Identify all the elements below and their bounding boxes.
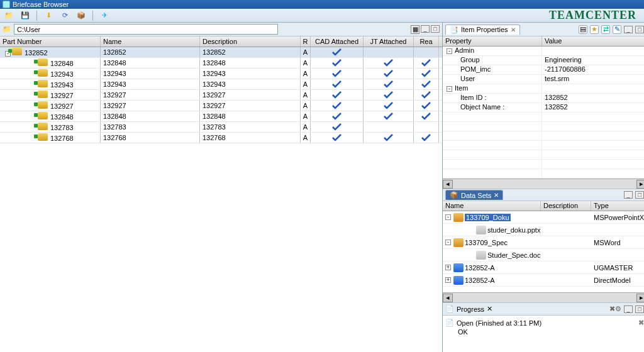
col-name-header[interactable]: Name	[101, 36, 200, 47]
view-grid-icon[interactable]: ▦	[411, 25, 419, 34]
expander-icon[interactable]: -	[445, 239, 451, 245]
tab-close-icon[interactable]: ✕	[511, 26, 516, 33]
ds-max-button[interactable]: □	[635, 191, 644, 199]
props-col-property[interactable]: Property	[443, 36, 542, 46]
right-column: 📑 Item Properties ✕ ▤ ★ ⇄ ✎ _ □ Property…	[443, 23, 644, 352]
props-min-button[interactable]: _	[624, 26, 633, 33]
col-rea-header[interactable]: Rea	[414, 36, 439, 47]
prop-row[interactable]: Object Name :132852	[443, 103, 644, 113]
ds-col-type[interactable]: Type	[591, 201, 644, 211]
ds-col-desc[interactable]: Description	[541, 201, 591, 211]
expander-icon[interactable]: +	[445, 265, 451, 270]
progress-clear-icon[interactable]: ✖⚙	[609, 305, 621, 313]
prop-row[interactable]: Usertest.srm	[443, 75, 644, 84]
props-hscroll[interactable]: ◂ ▸	[443, 179, 644, 189]
folder-icon: 📁	[3, 25, 11, 33]
toolbar-save-icon[interactable]: 💾	[19, 10, 31, 21]
grid-body[interactable]: -132852132852132852A132848132848132848A1…	[0, 47, 442, 352]
col-part-header[interactable]: Part Number	[0, 36, 101, 47]
prop-group[interactable]: -Admin	[443, 47, 644, 56]
scroll-left-icon[interactable]: ◂	[443, 294, 453, 302]
scroll-track[interactable]	[453, 294, 636, 302]
prop-row[interactable]: GroupEngineering	[443, 56, 644, 65]
part-icon	[38, 80, 48, 87]
prop-group[interactable]: -Item	[443, 84, 644, 94]
prog-max-button[interactable]: □	[635, 305, 644, 313]
props-header: Property Value	[443, 36, 644, 47]
table-row[interactable]: -132852132852132852A	[0, 47, 442, 58]
titlebar: Briefcase Browser	[0, 0, 644, 9]
prop-row[interactable]: POM_imc-2117060886	[443, 65, 644, 75]
prog-min-button[interactable]: _	[624, 305, 633, 313]
maximize-button[interactable]: □	[431, 25, 440, 33]
props-max-button[interactable]: □	[635, 26, 644, 33]
table-row[interactable]: 132943132943132943A	[0, 69, 442, 79]
dataset-icon	[453, 238, 464, 247]
tab-item-properties[interactable]: 📑 Item Properties ✕	[445, 25, 520, 35]
props-tool-3-icon[interactable]: ⇄	[601, 25, 610, 34]
dataset-row[interactable]: -133709_SpecMSWord	[443, 236, 644, 249]
table-row[interactable]: 132927132927132927A	[0, 90, 442, 101]
table-row[interactable]: 132783132783132783A	[0, 122, 442, 133]
dataset-icon	[453, 263, 464, 272]
table-row[interactable]: 132927132927132927A	[0, 101, 442, 111]
props-tool-2-icon[interactable]: ★	[590, 25, 599, 34]
dataset-row[interactable]: +132852-AUGMASTER	[443, 261, 644, 274]
toolbar-send-icon[interactable]: ✈	[98, 10, 111, 21]
toolbar-refresh-icon[interactable]: ⟳	[58, 10, 71, 21]
col-desc-header[interactable]: Description	[200, 36, 301, 47]
table-row[interactable]: 132848132848132848A	[0, 111, 442, 122]
toolbar-open-icon[interactable]: 📁	[3, 10, 15, 21]
expander-icon[interactable]: +	[445, 277, 451, 283]
datasets-body[interactable]: -133709_DokuMSPowerPointXstuder_doku.ppt…	[443, 211, 644, 292]
progress-line1: Open (Finished at 3:11 PM)	[457, 319, 541, 327]
path-input[interactable]: C:\User	[14, 24, 278, 35]
ds-col-name[interactable]: Name	[443, 201, 541, 211]
tab-progress-pin-icon[interactable]: ✕	[487, 305, 492, 313]
part-icon	[38, 69, 48, 77]
col-rev-header[interactable]: R	[301, 36, 311, 47]
brand-logo: TEAMCENTER	[549, 9, 641, 22]
tab-item-properties-label: Item Properties	[461, 26, 508, 33]
scroll-right-icon[interactable]: ▸	[636, 294, 644, 302]
table-row[interactable]: 132943132943132943A	[0, 79, 442, 90]
progress-item-close-icon[interactable]: ✖	[638, 319, 644, 327]
part-icon	[38, 91, 48, 98]
part-icon	[38, 123, 48, 130]
expander-icon[interactable]: -	[445, 214, 451, 220]
progress-line2: OK	[458, 328, 468, 336]
props-tool-4-icon[interactable]: ✎	[613, 25, 621, 34]
scroll-track[interactable]	[453, 180, 636, 189]
ds-hscroll[interactable]: ◂ ▸	[443, 292, 644, 302]
props-blank-rows: ..............	[443, 113, 644, 179]
ds-min-button[interactable]: _	[624, 191, 633, 199]
progress-tabbar: 📄 Progress ✕ ✖⚙ _ □	[443, 303, 644, 316]
props-tool-1-icon[interactable]: ▤	[579, 25, 587, 34]
toolbar-package-icon[interactable]: 📦	[75, 10, 87, 21]
dataset-row[interactable]: Studer_Spec.doc	[443, 249, 644, 261]
grid-header: Part Number Name Description R CAD Attac…	[0, 36, 442, 47]
props-body: -AdminGroupEngineeringPOM_imc-2117060886…	[443, 47, 644, 113]
table-row[interactable]: 132848132848132848A	[0, 58, 442, 69]
dataset-icon	[453, 276, 464, 285]
tab-datasets-label: Data Sets	[461, 192, 491, 199]
props-col-value[interactable]: Value	[542, 36, 644, 46]
prop-row[interactable]: Item ID :132852	[443, 94, 644, 103]
table-row[interactable]: 132768132768132768A	[0, 133, 442, 143]
main-toolbar: 📁 💾 ⬇ ⟳ 📦 ✈ TEAMCENTER	[0, 9, 644, 23]
col-cad-header[interactable]: CAD Attached	[311, 36, 364, 47]
scroll-left-icon[interactable]: ◂	[443, 180, 453, 189]
tab-datasets[interactable]: 📦 Data Sets ✕	[445, 190, 503, 200]
dataset-row[interactable]: +132852-ADirectModel	[443, 274, 644, 287]
part-icon	[38, 101, 48, 109]
toolbar-import-icon[interactable]: ⬇	[42, 10, 55, 21]
browser-panel: 📁 C:\User ▦ _ □ Part Number Name Descrip…	[0, 23, 443, 352]
dataset-row[interactable]: studer_doku.pptx	[443, 224, 644, 236]
dataset-row[interactable]: -133709_DokuMSPowerPointX	[443, 211, 644, 224]
path-bar: 📁 C:\User ▦ _ □	[0, 23, 442, 36]
tab-datasets-close-icon[interactable]: ✕	[494, 192, 499, 199]
minimize-button[interactable]: _	[421, 25, 430, 33]
progress-panel: 📄 Progress ✕ ✖⚙ _ □ 📄 Open (Finished at …	[443, 302, 644, 352]
col-jt-header[interactable]: JT Attached	[364, 36, 414, 47]
scroll-right-icon[interactable]: ▸	[636, 180, 644, 189]
